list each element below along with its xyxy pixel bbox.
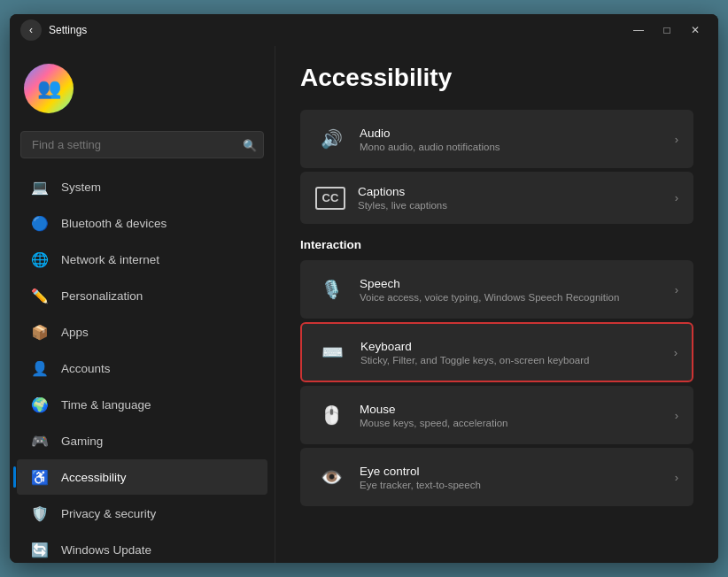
sidebar-label-bluetooth: Bluetooth & devices <box>61 217 167 230</box>
audio-icon: 🔊 <box>315 123 347 155</box>
title-bar-controls: — □ ✕ <box>626 21 708 39</box>
content-area: 👥 🔍 💻 System 🔵 Bluetooth & devices 🌐 <box>10 46 718 563</box>
sidebar-label-accessibility: Accessibility <box>61 471 127 484</box>
keyboard-card[interactable]: ⌨️ Keyboard Sticky, Filter, and Toggle k… <box>300 322 693 382</box>
eyecontrol-card-text: Eye control Eye tracker, text-to-speech <box>360 465 675 490</box>
keyboard-card-text: Keyboard Sticky, Filter, and Toggle keys… <box>360 340 674 365</box>
eyecontrol-card-title: Eye control <box>360 465 675 478</box>
search-input[interactable] <box>20 131 264 158</box>
captions-icon: CC <box>315 187 345 210</box>
audio-chevron: › <box>675 133 678 146</box>
eyecontrol-card[interactable]: 👁️ Eye control Eye tracker, text-to-spee… <box>300 448 693 506</box>
captions-chevron: › <box>675 191 678 204</box>
minimize-button[interactable]: — <box>626 21 651 39</box>
sidebar-item-accounts[interactable]: 👤 Accounts <box>17 350 267 386</box>
speech-card-title: Speech <box>360 277 675 290</box>
audio-card-text: Audio Mono audio, audio notifications <box>360 127 675 152</box>
sidebar-label-network: Network & internet <box>61 253 159 266</box>
sidebar-item-privacy[interactable]: 🛡️ Privacy & security <box>17 496 267 531</box>
time-icon: 🌍 <box>31 396 49 413</box>
sidebar-item-time[interactable]: 🌍 Time & language <box>17 387 267 422</box>
personalization-icon: ✏️ <box>31 287 49 304</box>
speech-icon: 🎙️ <box>315 273 347 305</box>
captions-card[interactable]: CC Captions Styles, live captions › <box>300 172 693 224</box>
mouse-card-subtitle: Mouse keys, speed, acceleration <box>360 418 675 428</box>
captions-card-subtitle: Styles, live captions <box>358 200 675 211</box>
privacy-icon: 🛡️ <box>31 504 49 522</box>
speech-card[interactable]: 🎙️ Speech Voice access, voice typing, Wi… <box>300 260 693 319</box>
captions-card-title: Captions <box>358 185 675 198</box>
user-profile: 👥 <box>10 53 275 131</box>
mouse-chevron: › <box>675 409 678 422</box>
sidebar-item-personalization[interactable]: ✏️ Personalization <box>17 278 267 313</box>
mouse-card-text: Mouse Mouse keys, speed, acceleration <box>360 403 675 428</box>
windowsupdate-icon: 🔄 <box>31 541 49 558</box>
sidebar-label-accounts: Accounts <box>61 362 111 375</box>
search-icon: 🔍 <box>243 138 257 151</box>
close-button[interactable]: ✕ <box>683 21 708 39</box>
mouse-card-title: Mouse <box>360 403 675 416</box>
apps-icon: 📦 <box>31 323 49 341</box>
keyboard-icon: ⌨️ <box>316 336 348 368</box>
speech-chevron: › <box>675 283 678 296</box>
search-box: 🔍 <box>20 131 264 158</box>
system-icon: 💻 <box>31 178 49 196</box>
settings-window: ‹ Settings — □ ✕ 👥 🔍 💻 Sys <box>10 14 718 563</box>
mouse-card[interactable]: 🖱️ Mouse Mouse keys, speed, acceleration… <box>300 386 693 444</box>
audio-card-subtitle: Mono audio, audio notifications <box>360 142 675 152</box>
window-title: Settings <box>49 24 87 36</box>
eyecontrol-chevron: › <box>675 471 678 484</box>
bluetooth-icon: 🔵 <box>31 214 49 232</box>
keyboard-chevron: › <box>674 346 678 359</box>
interaction-section-label: Interaction <box>300 238 693 251</box>
sidebar-item-apps[interactable]: 📦 Apps <box>17 314 267 350</box>
sidebar: 👥 🔍 💻 System 🔵 Bluetooth & devices 🌐 <box>10 46 275 563</box>
sidebar-label-gaming: Gaming <box>61 435 103 448</box>
sidebar-label-windowsupdate: Windows Update <box>61 543 151 557</box>
eyecontrol-icon: 👁️ <box>315 461 347 493</box>
audio-card-title: Audio <box>360 127 675 140</box>
sidebar-item-network[interactable]: 🌐 Network & internet <box>17 242 267 277</box>
back-button[interactable]: ‹ <box>20 19 42 41</box>
sidebar-label-privacy: Privacy & security <box>61 507 156 520</box>
sidebar-label-apps: Apps <box>61 326 89 339</box>
speech-card-text: Speech Voice access, voice typing, Windo… <box>360 277 675 303</box>
gaming-icon: 🎮 <box>31 432 49 450</box>
sidebar-label-system: System <box>61 181 101 194</box>
audio-card[interactable]: 🔊 Audio Mono audio, audio notifications … <box>300 110 693 168</box>
sidebar-item-gaming[interactable]: 🎮 Gaming <box>17 423 267 458</box>
title-bar: ‹ Settings — □ ✕ <box>10 14 718 46</box>
sidebar-item-windowsupdate[interactable]: 🔄 Windows Update <box>17 532 267 563</box>
keyboard-card-subtitle: Sticky, Filter, and Toggle keys, on-scre… <box>360 355 674 365</box>
keyboard-card-title: Keyboard <box>360 340 674 353</box>
maximize-button[interactable]: □ <box>654 21 679 39</box>
captions-card-text: Captions Styles, live captions <box>358 185 675 211</box>
sidebar-label-time: Time & language <box>61 398 151 412</box>
eyecontrol-card-subtitle: Eye tracker, text-to-speech <box>360 480 675 490</box>
sidebar-item-bluetooth[interactable]: 🔵 Bluetooth & devices <box>17 205 267 241</box>
network-icon: 🌐 <box>31 250 49 268</box>
accounts-icon: 👤 <box>31 359 49 377</box>
title-bar-left: ‹ Settings <box>20 19 87 41</box>
page-title: Accessibility <box>300 64 693 92</box>
main-panel: Accessibility 🔊 Audio Mono audio, audio … <box>275 46 718 563</box>
sidebar-nav: 💻 System 🔵 Bluetooth & devices 🌐 Network… <box>10 169 275 563</box>
sidebar-item-accessibility[interactable]: ♿ Accessibility <box>17 459 267 495</box>
mouse-icon: 🖱️ <box>315 399 347 431</box>
sidebar-item-system[interactable]: 💻 System <box>17 169 267 204</box>
speech-card-subtitle: Voice access, voice typing, Windows Spee… <box>360 292 675 303</box>
avatar: 👥 <box>24 64 74 113</box>
sidebar-label-personalization: Personalization <box>61 289 143 303</box>
accessibility-icon: ♿ <box>31 468 49 486</box>
